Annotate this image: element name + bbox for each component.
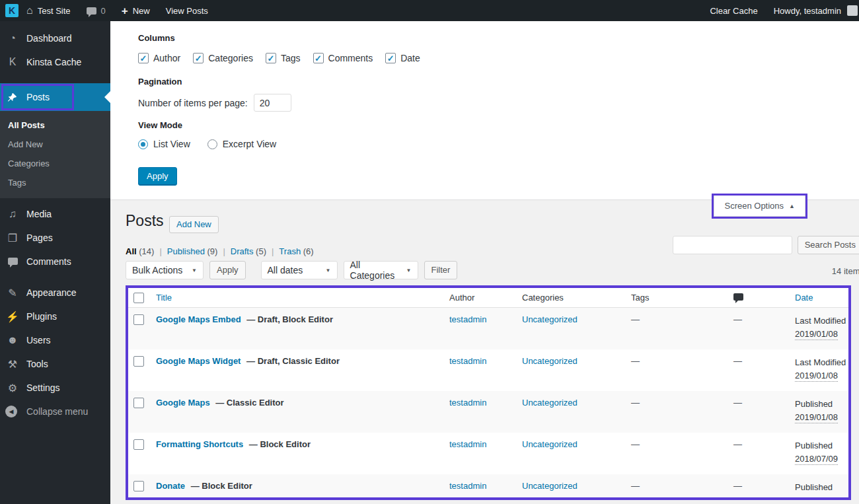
author-link[interactable]: testadmin (449, 481, 486, 491)
radio-excerpt-view[interactable]: Excerpt View (207, 139, 276, 149)
sidebar-item-label: Media (26, 209, 52, 219)
dates-filter-select[interactable]: All dates ▼ (261, 261, 338, 279)
dates-filter-label: All dates (268, 265, 303, 275)
checkbox-date[interactable]: ✓ Date (385, 53, 420, 63)
sidebar: ◔ Dashboard K Kinsta Cache Posts All Pos… (0, 21, 110, 504)
checkbox-author[interactable]: ✓ Author (138, 53, 180, 63)
sidebar-item-comments[interactable]: Comments (0, 250, 110, 273)
submenu-add-new[interactable]: Add New (0, 135, 110, 154)
columns-checkbox-row: ✓ Author ✓ Categories ✓ Tags ✓ Comments … (138, 53, 420, 63)
checkbox-label: Date (400, 53, 420, 63)
sidebar-item-plugins[interactable]: ⚡ Plugins (0, 305, 110, 328)
sidebar-item-dashboard[interactable]: ◔ Dashboard (0, 26, 110, 50)
post-title-link[interactable]: Google Maps (156, 398, 210, 408)
row-checkbox[interactable] (133, 439, 144, 450)
sidebar-item-users[interactable]: ☻ Users (0, 328, 110, 352)
table-row: Google Maps Embed — Draft, Block Editor … (128, 308, 848, 349)
author-link[interactable]: testadmin (449, 398, 486, 408)
author-link[interactable]: testadmin (449, 314, 486, 324)
sidebar-item-kinsta-cache[interactable]: K Kinsta Cache (0, 50, 110, 74)
category-link[interactable]: Uncategorized (522, 314, 578, 324)
comments-cell: — (733, 398, 795, 408)
new-label: New (133, 6, 150, 16)
row-checkbox[interactable] (133, 356, 144, 367)
category-link[interactable]: Uncategorized (522, 356, 578, 366)
post-title-link[interactable]: Formatting Shortcuts (156, 439, 243, 449)
sidebar-item-tools[interactable]: ⚒ Tools (0, 352, 110, 376)
author-link[interactable]: testadmin (449, 439, 486, 449)
sidebar-item-settings[interactable]: ⚙ Settings (0, 376, 110, 400)
sort-title-header[interactable]: Title (149, 293, 449, 303)
kinsta-logo-icon[interactable]: K (5, 4, 19, 17)
sort-date-header[interactable]: Date (795, 293, 848, 303)
post-state: — Classic Editor (215, 398, 283, 408)
post-title-link[interactable]: Donate (156, 481, 185, 491)
date-cell: Published 2018/07/09 (795, 439, 848, 466)
avatar (847, 5, 858, 16)
filter-button[interactable]: Filter (424, 261, 458, 279)
search-posts-button[interactable]: Search Posts (798, 236, 859, 254)
sidebar-item-posts[interactable]: Posts (0, 83, 110, 111)
row-checkbox[interactable] (133, 314, 144, 325)
current-menu-arrow (98, 91, 110, 103)
chevron-down-icon: ▼ (326, 268, 331, 273)
admin-bar-site[interactable]: ⌂ Test Site (19, 0, 79, 21)
date-status: Published (795, 481, 848, 494)
checkbox-label: Author (153, 53, 180, 63)
category-link[interactable]: Uncategorized (522, 481, 578, 491)
radio-list-view[interactable]: List View (138, 139, 190, 149)
sidebar-item-pages[interactable]: ❐ Pages (0, 226, 110, 250)
admin-bar-view-posts[interactable]: View Posts (158, 0, 216, 21)
filter-trash[interactable]: Trash (6) (279, 246, 313, 256)
checkbox-tags[interactable]: ✓ Tags (266, 53, 301, 63)
sidebar-item-label: Dashboard (26, 33, 72, 44)
checkbox-icon: ✓ (138, 53, 149, 63)
row-checkbox[interactable] (133, 398, 144, 408)
categories-filter-label: All Categories (350, 260, 398, 281)
add-new-button[interactable]: Add New (169, 216, 219, 233)
post-title-link[interactable]: Google Maps Widget (156, 356, 241, 366)
bulk-apply-button[interactable]: Apply (209, 261, 246, 279)
screen-options-toggle[interactable]: Screen Options ▲ (714, 196, 805, 217)
author-link[interactable]: testadmin (449, 356, 486, 366)
comment-bubble-icon (733, 293, 743, 301)
date-cell: Last Modified 2019/01/08 (795, 356, 848, 382)
submenu-tags[interactable]: Tags (0, 173, 110, 192)
checkbox-categories[interactable]: ✓ Categories (193, 53, 253, 63)
comments-cell: — (733, 314, 795, 324)
date-value: 2018/07/09 (795, 453, 838, 465)
clear-cache-button[interactable]: Clear Cache (702, 0, 765, 21)
bulk-actions-select[interactable]: Bulk Actions ▼ (126, 261, 204, 279)
divider: | (159, 246, 161, 256)
row-checkbox[interactable] (133, 481, 144, 491)
sidebar-item-label: Settings (26, 382, 60, 393)
post-status-filters: All (14) | Published (9) | Drafts (5) | … (126, 246, 314, 256)
search-input[interactable] (673, 236, 792, 254)
checkbox-comments[interactable]: ✓ Comments (313, 53, 373, 63)
sidebar-item-media[interactable]: ♫ Media (0, 202, 110, 226)
category-link[interactable]: Uncategorized (522, 398, 578, 408)
filter-all[interactable]: All (14) (126, 246, 154, 256)
filter-published[interactable]: Published (9) (167, 246, 218, 256)
items-per-page-input[interactable] (254, 94, 291, 112)
screen-options-apply-button[interactable]: Apply (138, 167, 177, 186)
admin-bar-account[interactable]: Howdy, testadmin (766, 0, 859, 21)
appearance-icon: ✎ (5, 287, 20, 299)
pagination-heading: Pagination (138, 77, 182, 87)
admin-bar-new[interactable]: + New (114, 0, 158, 21)
select-all-checkbox[interactable] (133, 293, 144, 303)
items-count: 14 items (832, 266, 859, 276)
filter-label: All (126, 246, 137, 256)
table-nav: Bulk Actions ▼ Apply All dates ▼ All Cat… (126, 261, 457, 279)
post-title-link[interactable]: Google Maps Embed (156, 314, 241, 324)
submenu-categories[interactable]: Categories (0, 154, 110, 173)
categories-filter-select[interactable]: All Categories ▼ (344, 261, 418, 279)
admin-bar-comments[interactable]: 0 (79, 0, 114, 21)
sidebar-item-collapse-menu[interactable]: ◀ Collapse menu (0, 400, 110, 423)
sidebar-item-appearance[interactable]: ✎ Appearance (0, 281, 110, 305)
date-status: Last Modified (795, 356, 848, 369)
chevron-down-icon: ▼ (406, 268, 412, 273)
filter-drafts[interactable]: Drafts (5) (231, 246, 266, 256)
category-link[interactable]: Uncategorized (522, 439, 578, 449)
submenu-all-posts[interactable]: All Posts (0, 116, 110, 135)
